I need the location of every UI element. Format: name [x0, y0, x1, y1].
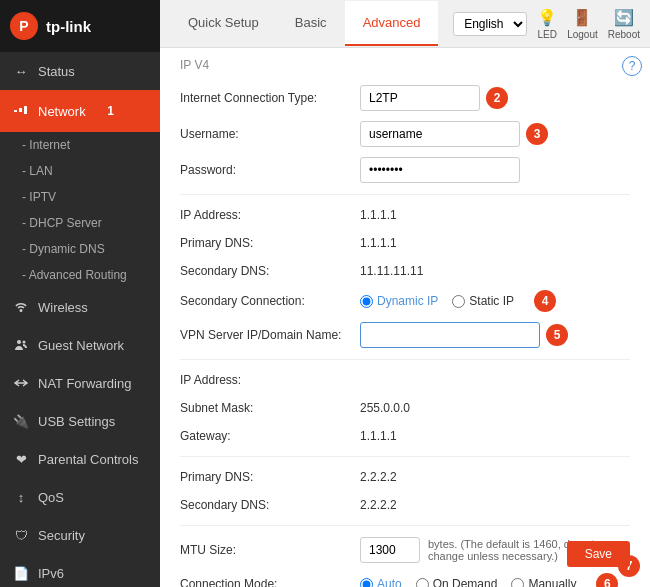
- radio-ondemand[interactable]: On Demand: [416, 577, 498, 587]
- tab-basic[interactable]: Basic: [277, 1, 345, 46]
- sidebar-item-iptv[interactable]: - IPTV: [0, 184, 160, 210]
- sidebar-label-iptv: - IPTV: [22, 190, 56, 204]
- subnet-value: 255.0.0.0: [360, 401, 410, 415]
- conn-mode-row: Connection Mode: Auto On Demand Manually…: [180, 568, 630, 587]
- ip-address2-row: IP Address:: [180, 366, 630, 394]
- secondary-dns-label: Secondary DNS:: [180, 264, 360, 278]
- sidebar-label-lan: - LAN: [22, 164, 53, 178]
- sidebar-item-internet[interactable]: - Internet: [0, 132, 160, 158]
- conn-mode-label: Connection Mode:: [180, 577, 360, 587]
- sidebar-item-routing[interactable]: - Advanced Routing: [0, 262, 160, 288]
- ip-address-row: IP Address: 1.1.1.1: [180, 201, 630, 229]
- sidebar-label-network: Network: [38, 104, 86, 119]
- sidebar-item-guest[interactable]: Guest Network: [0, 326, 160, 364]
- badge-1: 1: [100, 100, 122, 122]
- primary-dns-value: 1.1.1.1: [360, 236, 397, 250]
- subnet-label: Subnet Mask:: [180, 401, 360, 415]
- connection-type-select-wrap: L2TP Dynamic IP Static IP PPPoE: [360, 85, 480, 111]
- secondary-conn-radios: Dynamic IP Static IP 4: [360, 290, 556, 312]
- network-icon: [12, 102, 30, 120]
- sidebar-label-usb: USB Settings: [38, 414, 115, 429]
- radio-ondemand-input[interactable]: [416, 578, 429, 588]
- radio-static-ip[interactable]: Static IP: [452, 294, 514, 308]
- logout-button[interactable]: 🚪 Logout: [567, 7, 598, 40]
- topnav-right: English 💡 LED 🚪 Logout 🔄 Reboot: [453, 7, 640, 40]
- sidebar-label-nat: NAT Forwarding: [38, 376, 131, 391]
- sidebar-label-qos: QoS: [38, 490, 64, 505]
- reboot-icon: 🔄: [614, 7, 634, 27]
- radio-dynamic-ip-input[interactable]: [360, 295, 373, 308]
- sidebar-item-qos[interactable]: ↕ QoS: [0, 478, 160, 516]
- security-icon: 🛡: [12, 526, 30, 544]
- primary-dns2-row: Primary DNS: 2.2.2.2: [180, 463, 630, 491]
- ip-address-value: 1.1.1.1: [360, 208, 397, 222]
- wireless-icon: [12, 298, 30, 316]
- svg-rect-0: [14, 110, 17, 112]
- sidebar-item-status[interactable]: ↔ Status: [0, 52, 160, 90]
- reboot-button[interactable]: 🔄 Reboot: [608, 7, 640, 40]
- sidebar-item-nat[interactable]: NAT Forwarding: [0, 364, 160, 402]
- sidebar-label-dhcp: - DHCP Server: [22, 216, 102, 230]
- help-icon[interactable]: ?: [622, 56, 642, 76]
- mtu-input[interactable]: [360, 537, 420, 563]
- topnav: Quick Setup Basic Advanced English 💡 LED…: [160, 0, 650, 48]
- sidebar-item-lan[interactable]: - LAN: [0, 158, 160, 184]
- static-ip-label: Static IP: [469, 294, 514, 308]
- gateway-label: Gateway:: [180, 429, 360, 443]
- language-select[interactable]: English: [453, 12, 527, 36]
- connection-type-row: Internet Connection Type: L2TP Dynamic I…: [180, 80, 630, 116]
- primary-dns2-label: Primary DNS:: [180, 470, 360, 484]
- radio-manually-input[interactable]: [511, 578, 524, 588]
- badge-4: 4: [534, 290, 556, 312]
- save-area: Save 7: [612, 555, 640, 577]
- sidebar-item-security[interactable]: 🛡 Security: [0, 516, 160, 554]
- sidebar-item-parental[interactable]: ❤ Parental Controls: [0, 440, 160, 478]
- secondary-conn-row: Secondary Connection: Dynamic IP Static …: [180, 285, 630, 317]
- led-button[interactable]: 💡 LED: [537, 7, 557, 40]
- ipv6-icon: 📄: [12, 564, 30, 582]
- tab-advanced[interactable]: Advanced: [345, 1, 439, 46]
- logo: P tp-link: [0, 0, 160, 52]
- logout-icon: 🚪: [572, 7, 592, 27]
- sidebar-item-network[interactable]: Network 1: [0, 90, 160, 132]
- radio-auto[interactable]: Auto: [360, 577, 402, 587]
- led-icon: 💡: [537, 7, 557, 27]
- vpn-input[interactable]: [360, 322, 540, 348]
- username-input[interactable]: [360, 121, 520, 147]
- secondary-conn-label: Secondary Connection:: [180, 294, 360, 308]
- password-input[interactable]: [360, 157, 520, 183]
- vpn-label: VPN Server IP/Domain Name:: [180, 328, 360, 342]
- vpn-row: VPN Server IP/Domain Name: 5: [180, 317, 630, 353]
- sidebar-item-dhcp[interactable]: - DHCP Server: [0, 210, 160, 236]
- connection-type-select[interactable]: L2TP Dynamic IP Static IP PPPoE: [360, 85, 480, 111]
- radio-auto-input[interactable]: [360, 578, 373, 588]
- status-icon: ↔: [12, 62, 30, 80]
- divider-3: [180, 456, 630, 457]
- gateway-value: 1.1.1.1: [360, 429, 397, 443]
- save-button[interactable]: Save: [567, 541, 630, 567]
- radio-static-ip-input[interactable]: [452, 295, 465, 308]
- tab-quick-setup[interactable]: Quick Setup: [170, 1, 277, 46]
- mtu-label: MTU Size:: [180, 543, 360, 557]
- mtu-row: MTU Size: bytes. (The default is 1460, d…: [180, 532, 630, 568]
- primary-dns-row: Primary DNS: 1.1.1.1: [180, 229, 630, 257]
- radio-manually[interactable]: Manually: [511, 577, 576, 587]
- logo-icon: P: [10, 12, 38, 40]
- logo-text: tp-link: [46, 18, 91, 35]
- badge-5: 5: [546, 324, 568, 346]
- username-row: Username: 3: [180, 116, 630, 152]
- sidebar-item-wireless[interactable]: Wireless: [0, 288, 160, 326]
- svg-rect-1: [19, 108, 22, 112]
- sidebar-item-ipv6[interactable]: 📄 IPv6: [0, 554, 160, 587]
- radio-dynamic-ip[interactable]: Dynamic IP: [360, 294, 438, 308]
- sidebar-item-usb[interactable]: 🔌 USB Settings: [0, 402, 160, 440]
- reboot-label: Reboot: [608, 29, 640, 40]
- conn-mode-radios: Auto On Demand Manually 6: [360, 573, 618, 587]
- nat-icon: [12, 374, 30, 392]
- sidebar-item-ddns[interactable]: - Dynamic DNS: [0, 236, 160, 262]
- sidebar-label-status: Status: [38, 64, 75, 79]
- secondary-dns-value: 11.11.11.11: [360, 264, 423, 278]
- ip-address2-label: IP Address:: [180, 373, 360, 387]
- connection-type-label: Internet Connection Type:: [180, 91, 360, 105]
- subnet-row: Subnet Mask: 255.0.0.0: [180, 394, 630, 422]
